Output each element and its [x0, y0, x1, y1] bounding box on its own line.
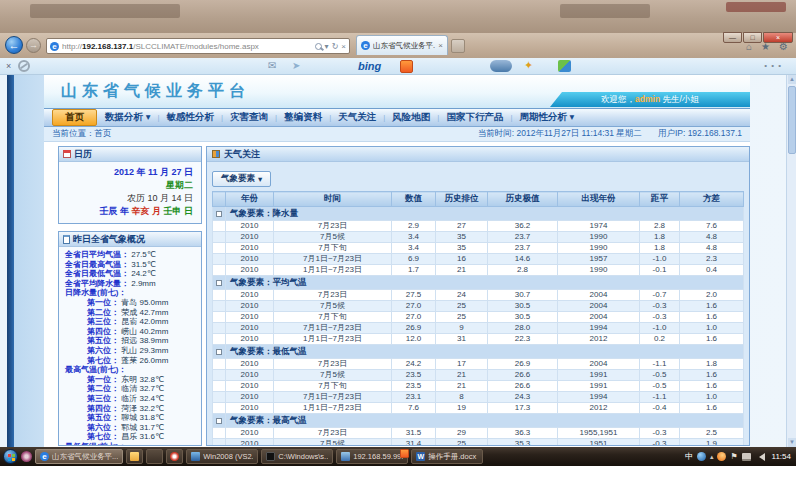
- taskbar-window-button[interactable]: Win2008 (VS2...: [186, 449, 258, 464]
- cell: 35: [436, 243, 488, 254]
- bing-logo[interactable]: bing: [358, 60, 381, 72]
- send-icon[interactable]: ➤: [292, 60, 300, 71]
- table-row[interactable]: 20107月23日24.21726.92004-1.11.8: [213, 359, 744, 370]
- table-row[interactable]: 20107月23日2.92736.219742.87.6: [213, 221, 744, 232]
- taskbar-window-button[interactable]: e山东省气候业务平...: [35, 449, 123, 464]
- group-row[interactable]: 气象要素：最高气温: [213, 414, 744, 428]
- blocked-icon: [18, 60, 30, 72]
- taskbar-icon-button[interactable]: [166, 449, 183, 464]
- taskbar-window-button[interactable]: W操作手册.docx ...: [411, 449, 483, 464]
- start-button[interactable]: [3, 449, 18, 464]
- cell: 1月1日~7月23日: [274, 265, 392, 276]
- column-header[interactable]: 出现年份: [558, 192, 640, 207]
- ie-titlebar: ← → e http://192.168.137.1/SLCCLIMATE/mo…: [0, 33, 796, 58]
- group-row[interactable]: 气象要素：降水量: [213, 207, 744, 221]
- addon-cube-icon[interactable]: [558, 60, 571, 72]
- taskbar-button-label: C:\Windows\s...: [278, 452, 328, 461]
- table-row[interactable]: 20107月5候31.42535.31951-0.31.9: [213, 439, 744, 447]
- mail-icon[interactable]: ✉: [268, 60, 276, 71]
- taskbar-icon-button[interactable]: [146, 449, 163, 464]
- system-tray: 中 ▴ ⚑ 11:54: [685, 451, 793, 462]
- column-header[interactable]: 时间: [274, 192, 392, 207]
- nav-item[interactable]: 风险地图: [390, 111, 432, 124]
- browser-tab[interactable]: e 山东省气候业务平... ×: [356, 35, 448, 55]
- nav-item[interactable]: 天气关注: [336, 111, 378, 124]
- addon-pill-icon[interactable]: [490, 60, 512, 72]
- nav-item[interactable]: 数据分析 ▾: [103, 111, 152, 124]
- column-header[interactable]: 数值: [392, 192, 436, 207]
- search-caret-icon[interactable]: ▾: [325, 42, 329, 51]
- group-row[interactable]: 气象要素：最低气温: [213, 345, 744, 359]
- network-icon[interactable]: [742, 453, 751, 461]
- table-row[interactable]: 20107月23日27.52430.72004-0.72.0: [213, 290, 744, 301]
- rank-item: 第六位： 郓城 31.7℃: [65, 423, 197, 433]
- nav-item[interactable]: 灾害查询: [228, 111, 270, 124]
- cell: 2010: [226, 301, 274, 312]
- nav-item[interactable]: 国家下行产品: [444, 111, 505, 124]
- table-row[interactable]: 20107月1日~7月23日6.91614.61957-1.02.3: [213, 254, 744, 265]
- favorites-star-icon[interactable]: ★: [761, 41, 770, 52]
- commandbar-close-icon[interactable]: ×: [6, 61, 11, 71]
- column-header[interactable]: 方差: [680, 192, 744, 207]
- address-bar[interactable]: e http://192.168.137.1/SLCCLIMATE/module…: [46, 38, 350, 54]
- table-row[interactable]: 20101月1日~7月23日7.61917.32012-0.41.6: [213, 403, 744, 414]
- page-scrollbar[interactable]: ▲ ▼: [786, 75, 796, 447]
- volume-icon[interactable]: [755, 453, 765, 461]
- home-icon[interactable]: ⌂: [746, 41, 752, 52]
- table-row[interactable]: 20107月5候27.02530.52004-0.31.6: [213, 301, 744, 312]
- table-row[interactable]: 20107月下旬23.52126.61991-0.51.6: [213, 381, 744, 392]
- nav-item[interactable]: 首页: [52, 109, 97, 126]
- taskbar-window-button[interactable]: 192.168.59.99...: [336, 449, 408, 464]
- table-row[interactable]: 20107月5候23.52126.61991-0.51.6: [213, 370, 744, 381]
- taskbar-clock[interactable]: 11:54: [772, 452, 791, 461]
- stop-icon[interactable]: ×: [341, 42, 346, 51]
- input-method-indicator[interactable]: 中: [685, 451, 693, 462]
- tray-app-icon[interactable]: [697, 452, 706, 461]
- tray-expand-icon[interactable]: ▴: [710, 453, 714, 461]
- group-row[interactable]: 气象要素：平均气温: [213, 276, 744, 290]
- scroll-up-icon[interactable]: ▲: [788, 75, 796, 84]
- settings-gear-icon[interactable]: ⚙: [779, 41, 788, 52]
- site-container: 山东省气候业务平台 欢迎您，admin 先生/小姐 首页数据分析 ▾|敏感性分析…: [44, 75, 750, 447]
- scrollbar-thumb[interactable]: [788, 86, 796, 154]
- nav-item[interactable]: 敏感性分析: [165, 111, 217, 124]
- table-row[interactable]: 20107月下旬27.02530.52004-0.31.6: [213, 312, 744, 323]
- table-row[interactable]: 20107月23日31.52936.31955,1951-0.32.5: [213, 428, 744, 439]
- taskbar-window-button[interactable]: C:\Windows\s...: [261, 449, 333, 464]
- column-header[interactable]: 年份: [226, 192, 274, 207]
- nav-item[interactable]: 整编资料: [282, 111, 324, 124]
- more-options-icon[interactable]: • • •: [764, 61, 782, 70]
- new-tab-button[interactable]: [451, 39, 465, 53]
- element-selector-button[interactable]: 气象要素 ▾: [212, 171, 271, 187]
- table-row[interactable]: 20107月下旬3.43523.719901.84.8: [213, 243, 744, 254]
- orange-addon-icon[interactable]: [400, 60, 413, 73]
- action-center-flag-icon[interactable]: ⚑: [730, 452, 737, 461]
- tab-close-icon[interactable]: ×: [438, 41, 443, 50]
- group-checkbox[interactable]: [216, 280, 222, 286]
- table-row[interactable]: 20107月1日~7月23日23.1824.31994-1.11.0: [213, 392, 744, 403]
- sparkle-icon[interactable]: ✦: [524, 59, 533, 72]
- forward-button[interactable]: →: [26, 38, 41, 53]
- column-header[interactable]: 历史极值: [488, 192, 558, 207]
- firefox-tray-icon[interactable]: [717, 452, 726, 461]
- group-checkbox[interactable]: [216, 349, 222, 355]
- refresh-icon[interactable]: ↻: [332, 42, 339, 51]
- search-icon[interactable]: [315, 43, 322, 50]
- url-text[interactable]: http://192.168.137.1/SLCCLIMATE/modules/…: [62, 42, 312, 51]
- taskbar-icon-button[interactable]: [126, 449, 143, 464]
- back-button[interactable]: ←: [5, 36, 23, 54]
- nav-item[interactable]: 周期性分析 ▾: [517, 111, 576, 124]
- minimize-button[interactable]: —: [723, 32, 742, 43]
- column-header[interactable]: 距平: [640, 192, 680, 207]
- group-checkbox[interactable]: [216, 418, 222, 424]
- table-row[interactable]: 20101月1日~7月23日12.03122.320120.21.6: [213, 334, 744, 345]
- table-row[interactable]: 20101月1日~7月23日1.7212.81990-0.10.4: [213, 265, 744, 276]
- group-checkbox[interactable]: [216, 211, 222, 217]
- cell: 25: [436, 312, 488, 323]
- column-header[interactable]: 历史排位: [436, 192, 488, 207]
- pinned-app-icon[interactable]: [21, 451, 32, 462]
- table-row[interactable]: 20107月5候3.43523.719901.84.8: [213, 232, 744, 243]
- cell: 12.0: [392, 334, 436, 345]
- table-row[interactable]: 20107月1日~7月23日26.9928.01994-1.01.0: [213, 323, 744, 334]
- scroll-down-icon[interactable]: ▼: [788, 438, 796, 447]
